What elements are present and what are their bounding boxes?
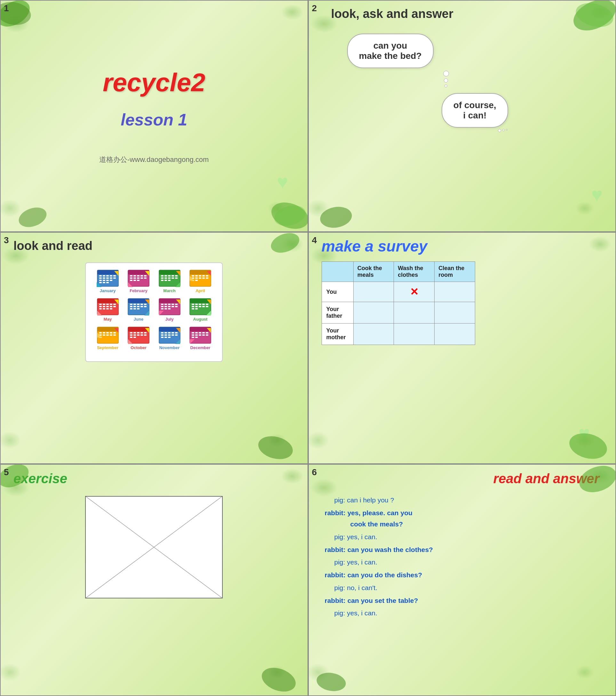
svg-rect-146	[195, 308, 198, 310]
svg-rect-129	[164, 308, 167, 310]
svg-rect-123	[161, 306, 163, 307]
speaker-rabbit-4: rabbit:	[325, 597, 348, 604]
svg-rect-62	[168, 280, 171, 281]
line-text-8: can you set the table?	[348, 597, 418, 604]
svg-rect-105	[144, 304, 146, 305]
svg-rect-166	[130, 332, 132, 333]
october-label: October	[130, 345, 146, 350]
svg-rect-145	[192, 308, 194, 310]
speaker-pig-2: pig:	[334, 533, 347, 540]
svg-rect-50	[161, 275, 163, 276]
svg-rect-138	[202, 304, 205, 305]
svg-rect-172	[133, 334, 136, 336]
svg-rect-141	[195, 306, 198, 307]
month-september: September	[93, 327, 122, 350]
svg-rect-144	[206, 306, 208, 307]
february-icon	[127, 269, 150, 287]
svg-rect-85	[106, 304, 109, 305]
svg-rect-45	[137, 280, 140, 281]
svg-rect-130	[168, 308, 171, 310]
survey-father-cook	[353, 302, 394, 323]
svg-rect-176	[130, 337, 132, 338]
svg-rect-110	[144, 306, 146, 307]
survey-father-clean	[435, 302, 475, 323]
exercise-header: exercise	[13, 471, 295, 486]
may-label: May	[104, 317, 112, 321]
svg-rect-17	[99, 278, 102, 279]
months-row-3: September	[92, 327, 216, 350]
svg-rect-183	[164, 332, 167, 333]
august-icon	[189, 298, 211, 316]
month-april: April	[186, 269, 215, 293]
svg-rect-88	[99, 306, 102, 307]
svg-rect-104	[141, 304, 143, 305]
svg-rect-117	[159, 299, 180, 303]
panel-5-number: 5	[4, 467, 9, 477]
november-label: November	[159, 345, 180, 350]
svg-rect-121	[172, 304, 174, 305]
svg-rect-152	[103, 332, 105, 333]
svg-rect-168	[137, 332, 140, 333]
svg-rect-169	[141, 332, 143, 333]
months-grid: January	[85, 263, 223, 362]
svg-rect-74	[199, 278, 201, 279]
panel-6-content: read and answer pig: can i help you ? ra…	[309, 465, 616, 695]
svg-rect-199	[192, 332, 194, 333]
svg-rect-126	[172, 306, 174, 307]
svg-rect-193	[164, 337, 167, 338]
svg-rect-14	[106, 275, 109, 276]
thought-dot-sm-1	[498, 129, 501, 132]
january-label: January	[100, 288, 116, 293]
svg-rect-27	[103, 282, 105, 283]
months-row-1: January	[92, 269, 216, 293]
month-august: August	[186, 298, 215, 321]
line-text-9: yes, i can.	[347, 609, 377, 617]
svg-rect-209	[192, 337, 194, 338]
svg-rect-59	[175, 278, 178, 279]
svg-rect-173	[137, 334, 140, 336]
line-text-6: can you do the dishes?	[348, 571, 422, 579]
svg-rect-22	[99, 280, 102, 281]
line-text-2b: cook the meals?	[350, 520, 403, 528]
svg-rect-194	[168, 337, 171, 338]
svg-rect-53	[172, 275, 174, 276]
svg-rect-154	[110, 332, 112, 333]
svg-rect-40	[137, 278, 140, 279]
svg-rect-139	[206, 304, 208, 305]
svg-rect-44	[133, 280, 136, 281]
svg-rect-51	[164, 275, 167, 276]
april-label: April	[195, 288, 205, 293]
svg-rect-127	[175, 306, 178, 307]
svg-rect-136	[195, 304, 198, 305]
march-label: March	[163, 288, 175, 293]
july-icon	[158, 298, 181, 316]
envelope-svg	[86, 497, 222, 598]
speaker-rabbit-1: rabbit:	[325, 509, 348, 517]
february-label: February	[130, 288, 147, 293]
dialogue-line-3: pig: yes, i can.	[334, 531, 600, 543]
svg-rect-35	[137, 275, 140, 276]
svg-rect-16	[113, 275, 116, 276]
svg-rect-82	[97, 299, 119, 303]
survey-mother-clean	[435, 323, 475, 345]
survey-father-label: Your father	[321, 302, 353, 323]
svg-rect-42	[144, 278, 146, 279]
svg-rect-113	[137, 308, 140, 310]
panel-3-number: 3	[4, 235, 9, 246]
svg-rect-205	[195, 334, 198, 336]
svg-rect-142	[199, 306, 201, 307]
svg-rect-87	[113, 304, 116, 305]
speaker-rabbit-2: rabbit:	[325, 546, 348, 553]
svg-rect-54	[175, 275, 178, 276]
panel-2-header: look, ask and answer	[331, 7, 454, 21]
svg-rect-26	[99, 282, 102, 283]
svg-rect-58	[172, 278, 174, 279]
svg-rect-140	[192, 306, 194, 307]
svg-rect-96	[110, 308, 112, 310]
speaker-pig-4: pig:	[334, 584, 347, 591]
svg-rect-101	[130, 304, 132, 305]
svg-rect-125	[168, 306, 171, 307]
months-row-2: May	[92, 298, 216, 321]
svg-rect-158	[106, 334, 109, 336]
survey-col-wash: Wash the clothes	[394, 262, 435, 282]
